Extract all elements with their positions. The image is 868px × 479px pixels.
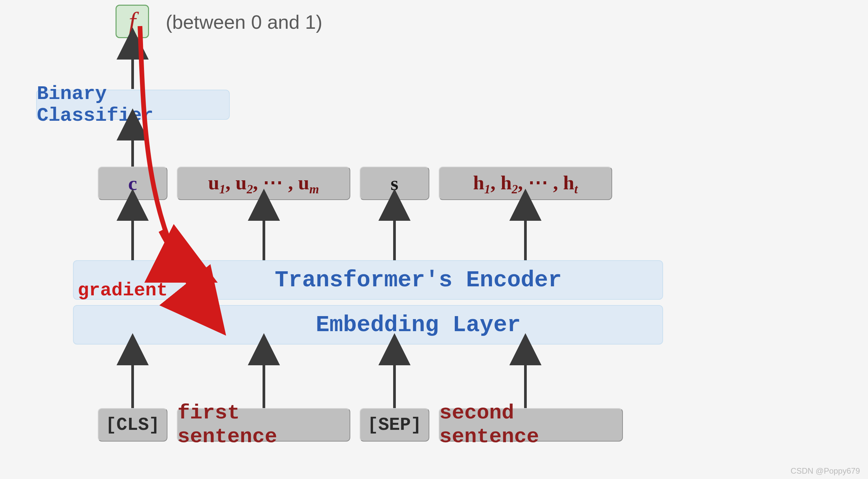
watermark: CSDN @Poppy679: [790, 466, 860, 476]
gradient-arrow-set: [0, 0, 868, 479]
gradient-label: gradient: [78, 280, 168, 301]
